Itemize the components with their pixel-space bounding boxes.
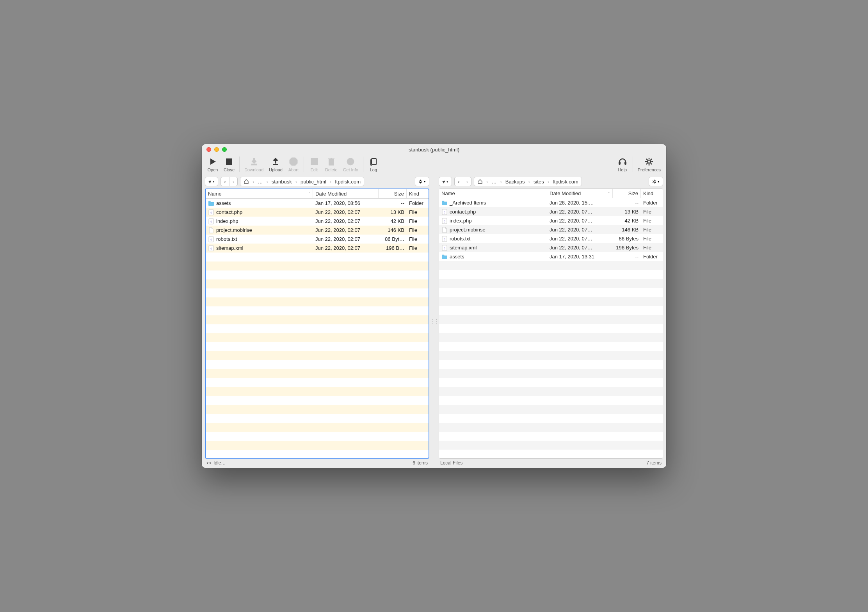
chevron-down-icon: ▾ <box>446 180 448 183</box>
file-kind: Folder <box>641 254 663 260</box>
preferences-button[interactable]: Preferences <box>638 157 661 172</box>
column-size[interactable]: Size <box>379 189 407 198</box>
svg-rect-9 <box>624 162 626 165</box>
file-name: contact.php <box>216 209 242 215</box>
log-button[interactable]: Log <box>368 157 379 172</box>
download-button[interactable]: Download <box>244 157 263 172</box>
column-date[interactable]: Date Modified˅ <box>547 189 613 198</box>
headset-icon <box>617 157 628 167</box>
table-row[interactable]: ⟨⟩contact.phpJun 22, 2020, 02:0713 KBFil… <box>206 208 429 217</box>
crumb-ftpdisk[interactable]: ftpdisk.com <box>550 177 582 186</box>
column-size[interactable]: Size <box>613 189 641 198</box>
table-row[interactable]: assetsJan 17, 2020, 13:31--Folder <box>439 252 663 261</box>
svg-point-10 <box>647 160 651 163</box>
close-button[interactable]: Close <box>224 157 235 172</box>
ftp-window: stanbusk (public_html) Open Close Downlo… <box>202 144 666 468</box>
svg-rect-2 <box>273 164 278 165</box>
local-file-list[interactable]: Name Date Modified˅ Size Kind _Archived … <box>439 189 663 459</box>
log-label: Log <box>370 167 377 172</box>
edit-button[interactable]: Edit <box>309 157 320 172</box>
file-kind: File <box>407 227 429 233</box>
column-date[interactable]: Date Modified <box>313 189 379 198</box>
remote-breadcrumb[interactable]: › …› stanbusk› public_html› ftpdisk.com <box>240 177 364 186</box>
nav-back-button[interactable]: ‹ <box>221 177 229 186</box>
titlebar: stanbusk (public_html) <box>202 144 666 155</box>
file-name: index.php <box>450 218 471 224</box>
local-actions-button[interactable]: ✲▾ <box>649 177 663 186</box>
table-row[interactable]: assetsJan 17, 2020, 08:56--Folder <box>206 199 429 208</box>
crumb-stanbusk[interactable]: stanbusk <box>269 177 295 186</box>
table-row[interactable]: ⟨⟩index.phpJun 22, 2020, 07…42 KBFile <box>439 216 663 225</box>
remote-file-list[interactable]: Name˄ Date Modified Size Kind assetsJan … <box>205 189 429 459</box>
file-name: robots.txt <box>216 236 237 242</box>
table-row[interactable]: ⟨⟩robots.txtJun 22, 2020, 02:0786 Byt…Fi… <box>206 235 429 244</box>
svg-text:⟨⟩: ⟨⟩ <box>210 212 212 214</box>
nav-forward-button[interactable]: › <box>463 177 471 186</box>
remote-status: Idle… <box>213 460 226 466</box>
table-row[interactable]: ⟨⟩sitemap.xmlJun 22, 2020, 07…196 BytesF… <box>439 243 663 252</box>
chevron-down-icon: ▾ <box>213 180 215 183</box>
getinfo-button[interactable]: i Get Info <box>343 157 358 172</box>
file-date: Jan 17, 2020, 13:31 <box>547 254 613 260</box>
table-row[interactable]: ⟨⟩sitemap.xmlJun 22, 2020, 02:07196 B…Fi… <box>206 244 429 253</box>
chevron-right-icon: › <box>233 179 234 185</box>
file-kind: File <box>407 245 429 251</box>
heart-icon: ♥ <box>208 179 212 185</box>
file-name: assets <box>450 254 464 260</box>
file-date: Jun 22, 2020, 07… <box>547 236 613 242</box>
table-row[interactable]: ⟨⟩index.phpJun 22, 2020, 02:0742 KBFile <box>206 217 429 226</box>
file-date: Jun 28, 2020, 15:… <box>547 200 613 206</box>
table-row[interactable]: project.mobiriseJun 22, 2020, 02:07146 K… <box>206 226 429 235</box>
table-row[interactable]: project.mobiriseJun 22, 2020, 07…146 KBF… <box>439 225 663 234</box>
crumb-ellipsis[interactable]: … <box>488 177 500 186</box>
upload-button[interactable]: Upload <box>269 157 283 172</box>
file-size: 86 Bytes <box>613 236 641 242</box>
file-icon <box>441 227 448 233</box>
favorites-button[interactable]: ♥ ▾ <box>205 177 218 186</box>
file-kind: File <box>641 227 663 233</box>
toolbar: Open Close Download Upload Abort <box>202 155 666 174</box>
file-name: contact.php <box>450 209 476 215</box>
php-icon: ⟨⟩ <box>441 209 448 215</box>
crumb-ellipsis[interactable]: … <box>254 177 266 186</box>
chevron-down-icon: ▾ <box>658 180 660 183</box>
home-icon[interactable] <box>474 177 486 186</box>
php-icon: ⟨⟩ <box>441 245 448 251</box>
file-size: 196 Bytes <box>613 245 641 251</box>
home-icon[interactable] <box>240 177 252 186</box>
column-name[interactable]: Name˄ <box>206 189 313 198</box>
table-row[interactable]: ⟨⟩contact.phpJun 22, 2020, 07…13 KBFile <box>439 207 663 216</box>
table-row[interactable]: _Archived ItemsJun 28, 2020, 15:…--Folde… <box>439 198 663 207</box>
column-kind[interactable]: Kind <box>407 189 429 198</box>
pane-splitter[interactable] <box>432 174 436 468</box>
abort-button[interactable]: Abort <box>288 157 299 172</box>
stop-icon <box>224 157 235 167</box>
local-count: 7 items <box>646 460 662 466</box>
heart-icon: ♥ <box>442 179 445 185</box>
file-date: Jun 22, 2020, 07… <box>547 218 613 224</box>
remote-actions-button[interactable]: ✲▾ <box>415 177 429 186</box>
local-breadcrumb[interactable]: › …› Backups› sites› ftpdisk.com <box>474 177 582 186</box>
nav-back-button[interactable]: ‹ <box>455 177 462 186</box>
column-kind[interactable]: Kind <box>641 189 663 198</box>
favorites-button[interactable]: ♥ ▾ <box>439 177 452 186</box>
abort-label: Abort <box>288 167 299 172</box>
file-name: sitemap.xml <box>216 245 243 251</box>
crumb-sites[interactable]: sites <box>530 177 547 186</box>
file-date: Jun 22, 2020, 02:07 <box>313 209 379 215</box>
svg-text:⟨⟩: ⟨⟩ <box>444 211 445 213</box>
delete-button[interactable]: Delete <box>325 157 338 172</box>
crumb-backups[interactable]: Backups <box>502 177 528 186</box>
php-icon: ⟨⟩ <box>208 236 214 242</box>
table-row[interactable]: ⟨⟩robots.txtJun 22, 2020, 07…86 BytesFil… <box>439 234 663 243</box>
open-button[interactable]: Open <box>207 157 218 172</box>
file-size: 146 KB <box>613 227 641 233</box>
help-button[interactable]: Help <box>617 157 628 172</box>
crumb-ftpdisk[interactable]: ftpdisk.com <box>332 177 364 186</box>
svg-rect-1 <box>251 164 257 165</box>
file-date: Jun 22, 2020, 07… <box>547 227 613 233</box>
nav-forward-button[interactable]: › <box>229 177 237 186</box>
gear-icon: ✲ <box>652 179 656 185</box>
column-name[interactable]: Name <box>439 189 547 198</box>
crumb-publichtml[interactable]: public_html <box>297 177 329 186</box>
